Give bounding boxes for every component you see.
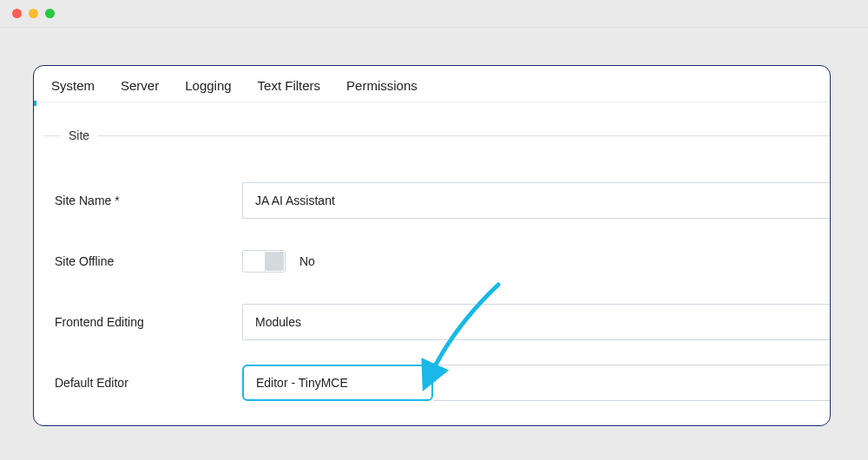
window-titlebar (0, 0, 868, 28)
tabs-bar: System Server Logging Text Filters Permi… (34, 66, 830, 102)
select-default-editor-value: Editor - TinyMCE (256, 376, 348, 390)
label-site-offline: Site Offline (51, 254, 242, 268)
fieldset-divider (44, 135, 830, 136)
minimize-window-icon[interactable] (29, 9, 38, 18)
toggle-thumb-icon (265, 252, 284, 271)
select-frontend-editing-value: Modules (255, 315, 301, 329)
maximize-window-icon[interactable] (45, 9, 55, 18)
toggle-site-offline-label: No (299, 254, 315, 268)
tab-permissions[interactable]: Permissions (346, 78, 418, 93)
control-frontend-editing: Modules (242, 304, 830, 340)
control-default-editor: Editor - TinyMCE (242, 365, 830, 401)
row-default-editor: Default Editor Editor - TinyMCE (51, 352, 830, 413)
input-site-name[interactable] (242, 182, 830, 219)
select-frontend-editing[interactable]: Modules (242, 304, 830, 340)
config-panel: System Server Logging Text Filters Permi… (33, 65, 831, 426)
select-default-editor[interactable]: Editor - TinyMCE (242, 365, 433, 401)
label-site-name: Site Name * (51, 194, 242, 207)
tab-active-indicator (34, 101, 36, 106)
control-site-offline: No (242, 250, 830, 273)
label-default-editor: Default Editor (51, 376, 242, 390)
tab-server[interactable]: Server (121, 78, 159, 93)
form-body: Site Name * Site Offline No Frontend Edi… (51, 170, 830, 413)
row-frontend-editing: Frontend Editing Modules (51, 292, 830, 352)
tab-text-filters[interactable]: Text Filters (258, 78, 321, 93)
row-site-name: Site Name * (51, 170, 830, 231)
label-frontend-editing: Frontend Editing (51, 315, 242, 329)
fieldset-label-site: Site (60, 128, 98, 142)
toggle-site-offline[interactable] (242, 250, 286, 273)
tab-system[interactable]: System (51, 78, 95, 93)
close-window-icon[interactable] (12, 9, 22, 18)
row-site-offline: Site Offline No (51, 231, 830, 292)
tab-logging[interactable]: Logging (185, 78, 231, 93)
select-default-editor-rest-line (433, 365, 830, 401)
control-site-name (242, 182, 830, 219)
